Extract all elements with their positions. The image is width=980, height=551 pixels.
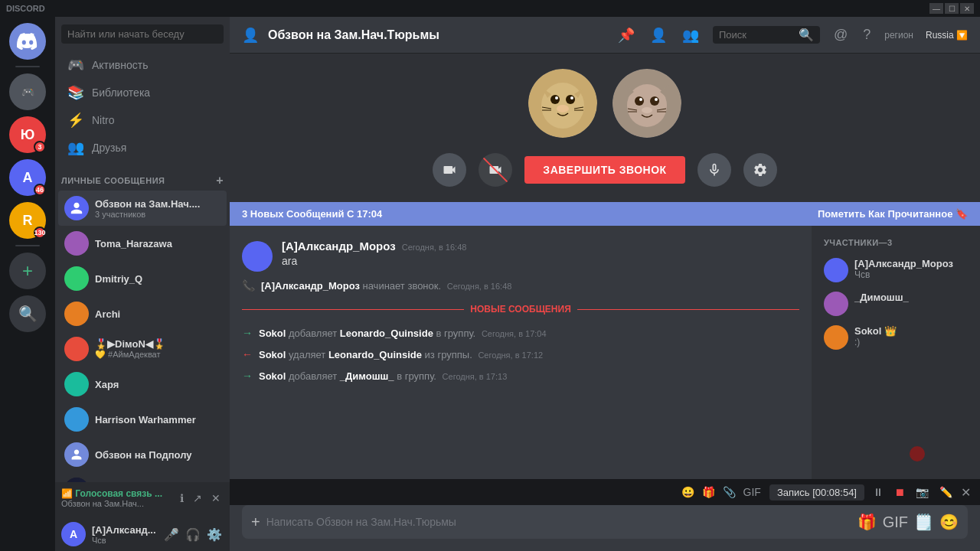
- pause-button[interactable]: ⏸: [871, 484, 886, 500]
- voice-expand-button[interactable]: ↗: [190, 491, 205, 506]
- dm-info-toma: Toma_Harazawa: [95, 238, 220, 249]
- sticker-button[interactable]: 🗒️: [914, 505, 933, 539]
- dm-info-harrison: Harrison Warhammer: [95, 414, 220, 425]
- add-dm-button[interactable]: +: [216, 174, 224, 187]
- stop-button[interactable]: ⏹: [892, 484, 907, 500]
- maximize-button[interactable]: ☐: [945, 3, 959, 14]
- avatar-dimon: [64, 337, 89, 361]
- at-button[interactable]: @: [832, 25, 849, 44]
- video-off-button[interactable]: [479, 153, 512, 187]
- clip-button[interactable]: 📎: [720, 484, 738, 500]
- end-call-button[interactable]: ЗАВЕРШИТЬ ЗВОНОК: [524, 156, 684, 184]
- members-button[interactable]: 👥: [681, 25, 701, 45]
- dm-info-harya: Харя: [95, 379, 220, 390]
- headphones-button[interactable]: 🎧: [184, 526, 202, 543]
- search-input[interactable]: [61, 24, 224, 44]
- svg-point-16: [655, 98, 658, 101]
- dm-name-active: Обзвон на Зам.Нач....: [95, 198, 220, 210]
- user-status: Чсв: [92, 536, 156, 545]
- gif-button[interactable]: GIF: [741, 484, 763, 500]
- server-icon-2[interactable]: Ю 3: [9, 116, 46, 153]
- call-settings-button[interactable]: [743, 153, 777, 187]
- svg-point-2: [550, 95, 560, 104]
- discord-logo[interactable]: [9, 23, 46, 60]
- pin-button[interactable]: 📌: [616, 25, 636, 45]
- screenshot-button[interactable]: 📷: [913, 484, 931, 500]
- message-input[interactable]: [266, 507, 851, 536]
- dm-item-archi[interactable]: Archi: [58, 296, 227, 331]
- minimize-button[interactable]: —: [929, 3, 943, 14]
- explore-servers-button[interactable]: 🔍: [9, 295, 46, 332]
- member-status-3: :): [854, 337, 968, 347]
- server-icon-4[interactable]: R 130: [9, 202, 46, 239]
- avatar-harrison: [64, 407, 89, 432]
- emoji-button[interactable]: 😊: [939, 505, 959, 539]
- title-bar: DISCORD — ☐ ✕: [0, 0, 980, 17]
- member-item-2[interactable]: _Димошш_: [818, 287, 974, 321]
- nav-friends[interactable]: 👥 Друзья: [61, 134, 224, 161]
- dm-sidebar: 🎮 Активность 📚 Библиотека ⚡ Nitro 👥 Друз…: [55, 17, 230, 551]
- call-mic-button[interactable]: [697, 153, 731, 187]
- dm-info-obzv2: Обзвон на Подполу: [95, 449, 220, 461]
- server-icon-1[interactable]: 🎮: [9, 73, 46, 110]
- app-layout: 🎮 Ю 3 А 46 R 130 + 🔍 🎮 Активность 📚: [0, 17, 980, 551]
- avatar-harya: [64, 372, 89, 396]
- dm-info-dmitriy: Dmitriy_Q: [95, 273, 220, 285]
- nav-activity[interactable]: 🎮 Активность: [61, 51, 224, 79]
- channel-type-icon: 👤: [242, 27, 259, 44]
- dm-item-harrison[interactable]: Harrison Warhammer: [58, 402, 227, 437]
- server-icon-3[interactable]: А 46: [9, 159, 46, 196]
- annotate-button[interactable]: ✏️: [937, 484, 955, 500]
- avatar-obzv2: [64, 442, 89, 467]
- dm-item-gta[interactable]: SA Grand Theft Auto San ... 🖥: [58, 472, 227, 482]
- sys-add-1-text: Sokol добавляет Leonardo_Quinside в груп…: [259, 328, 547, 339]
- divider-line-left: [242, 309, 464, 310]
- svg-point-13: [635, 96, 644, 106]
- avatar-archi: [64, 302, 89, 326]
- messages-area: [A]Алксандр_Мороз Сегодня, в 16:48 ara 📞…: [230, 226, 812, 479]
- call-avatar-1: [528, 69, 597, 138]
- gif-msg-button[interactable]: GIF: [883, 506, 908, 539]
- add-friend-button[interactable]: 👤: [648, 25, 668, 45]
- gift-msg-button[interactable]: 🎁: [858, 505, 877, 539]
- sys-remove-1-text: Sokol удаляет Leonardo_Quinside из групп…: [259, 349, 543, 360]
- mic-button[interactable]: 🎤: [162, 526, 181, 543]
- voice-bar: 📶 Голосовая связь ... Обзвон на Зам.Нач.…: [55, 482, 230, 517]
- svg-point-14: [650, 96, 659, 106]
- mark-read-button[interactable]: Пометить Как Прочитанное 🔖: [818, 208, 968, 220]
- voice-info-button[interactable]: ℹ: [177, 491, 187, 506]
- help-button[interactable]: ?: [861, 25, 872, 44]
- member-item-3[interactable]: Sokol 👑 :): [818, 321, 974, 354]
- title-bar-controls[interactable]: — ☐ ✕: [929, 3, 974, 14]
- dm-item-dimon[interactable]: 🎖️▶DімоN◀🎖️ 💛 #АймАдекват: [58, 331, 227, 367]
- dm-item-active-group[interactable]: Обзвон на Зам.Нач.... 3 участников: [58, 191, 227, 226]
- cursor-indicator: [910, 446, 925, 461]
- msg-avatar-1: [242, 241, 273, 272]
- svg-point-5: [570, 96, 573, 99]
- voice-close-button[interactable]: ✕: [208, 491, 224, 506]
- nav-nitro[interactable]: ⚡ Nitro: [61, 106, 224, 134]
- member-item-1[interactable]: [A]Алксандр_Мороз Чсв: [818, 253, 974, 287]
- emoji-panel-button[interactable]: 😀: [679, 484, 697, 500]
- member-info-2: _Димошш_: [854, 292, 968, 303]
- user-bar-controls: 🎤 🎧 ⚙️: [162, 526, 224, 543]
- add-server-button[interactable]: +: [9, 253, 46, 289]
- gift-button[interactable]: 🎁: [700, 484, 717, 500]
- recording-close-button[interactable]: ✕: [961, 485, 971, 500]
- video-button[interactable]: [433, 153, 466, 187]
- dm-item-obzv2[interactable]: Обзвон на Подполу: [58, 437, 227, 472]
- add-attachment-button[interactable]: +: [251, 506, 260, 539]
- msg-header-1: [A]Алксандр_Мороз Сегодня, в 16:48: [282, 240, 799, 253]
- member-avatar-3: [824, 325, 848, 350]
- dm-item-harya[interactable]: Харя: [58, 367, 227, 402]
- member-name-3: Sokol 👑: [854, 325, 968, 337]
- header-search-input[interactable]: [719, 29, 794, 41]
- dm-item-toma[interactable]: Toma_Harazawa: [58, 226, 227, 261]
- title-bar-left: DISCORD: [6, 4, 45, 13]
- nav-library[interactable]: 📚 Библиотека: [61, 79, 224, 106]
- dm-item-dmitriy[interactable]: Dmitriy_Q: [58, 261, 227, 296]
- settings-button[interactable]: ⚙️: [205, 526, 224, 543]
- call-controls: ЗАВЕРШИТЬ ЗВОНОК: [433, 153, 776, 187]
- remove-icon-1: ←: [242, 348, 253, 360]
- close-button[interactable]: ✕: [960, 3, 974, 14]
